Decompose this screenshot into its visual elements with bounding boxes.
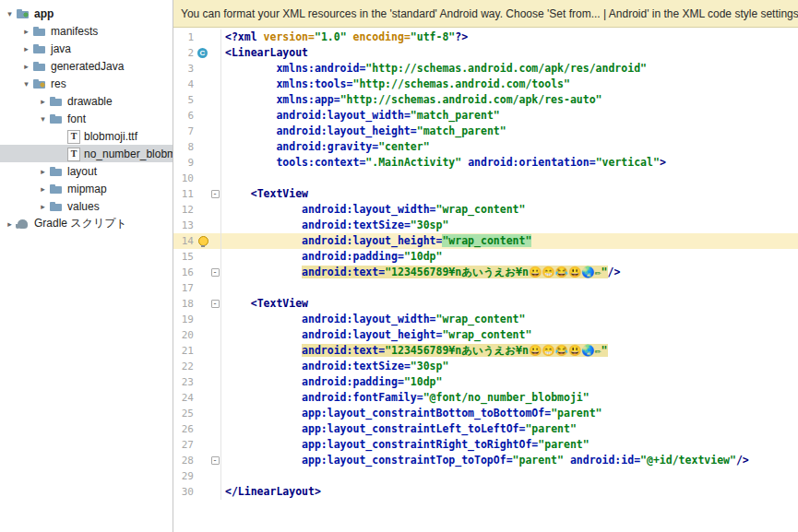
folder-icon (32, 24, 48, 39)
fold-gutter (209, 155, 220, 171)
tree-item-gradle[interactable]: ▸Gradle スクリプト (0, 215, 173, 232)
folder-icon (32, 77, 48, 91)
code-line-21[interactable]: 21 android:text="123456789¥nあいうえお¥n😀😁😂😃🌏… (173, 343, 798, 359)
code-line-10[interactable]: 10 (173, 171, 798, 186)
line-number: 7 (173, 124, 196, 139)
line-number: 24 (173, 390, 196, 406)
chevron-right-icon[interactable]: ▸ (37, 167, 49, 176)
gutter-annotation (196, 484, 209, 500)
fold-marker-icon[interactable]: - (209, 453, 220, 468)
code-text (220, 280, 798, 296)
gutter-annotation (196, 92, 209, 108)
tree-item-no-number-blobmoji-ttf[interactable]: no_number_blobmoji.ttf (0, 145, 173, 162)
chevron-right-icon[interactable]: ▸ (37, 202, 49, 211)
tree-item-label: Gradle スクリプト (34, 216, 127, 231)
code-line-28[interactable]: 28- app:layout_constraintTop_toTopOf="pa… (173, 453, 798, 468)
code-line-2[interactable]: 2<LinearLayout (173, 45, 798, 61)
gradle-icon (16, 217, 31, 231)
tree-item-layout[interactable]: ▸layout (0, 162, 173, 180)
code-line-23[interactable]: 23 android:padding="10dp" (173, 374, 798, 390)
fold-marker-icon[interactable]: - (209, 265, 220, 280)
tree-item-res[interactable]: ▾res (0, 75, 173, 92)
code-line-20[interactable]: 20 android:layout_height="wrap_content" (173, 327, 798, 343)
line-number: 18 (173, 296, 196, 312)
code-line-29[interactable]: 29 (173, 468, 798, 484)
chevron-down-icon[interactable]: ▾ (20, 79, 32, 89)
tree-item-java[interactable]: ▸java (0, 40, 173, 57)
code-line-18[interactable]: 18- <TextView (173, 296, 798, 312)
line-number: 21 (173, 343, 196, 359)
code-line-30[interactable]: 30</LinearLayout> (173, 484, 798, 500)
code-text: app:layout_constraintLeft_toLeftOf="pare… (220, 421, 798, 437)
tree-item-font[interactable]: ▾font (0, 110, 173, 127)
chevron-right-icon[interactable]: ▸ (20, 27, 32, 36)
chevron-down-icon[interactable]: ▾ (4, 9, 16, 18)
tree-item-label: generatedJava (51, 60, 124, 73)
chevron-right-icon[interactable]: ▸ (37, 97, 49, 106)
line-number: 27 (173, 437, 196, 453)
code-line-24[interactable]: 24 android:fontFamily="@font/no_number_b… (173, 390, 798, 406)
code-text: android:textSize="30sp" (220, 359, 798, 374)
fold-marker-icon[interactable]: - (209, 296, 220, 312)
xml-editor[interactable]: 1<?xml version="1.0" encoding="utf-8"?>2… (173, 28, 798, 532)
tree-item-label: blobmoji.ttf (84, 130, 137, 143)
code-line-26[interactable]: 26 app:layout_constraintLeft_toLeftOf="p… (173, 421, 798, 437)
code-line-25[interactable]: 25 app:layout_constraintBottom_toBottomO… (173, 406, 798, 421)
tree-item-app[interactable]: ▾app (0, 5, 173, 22)
gutter-annotation (196, 77, 209, 92)
code-line-7[interactable]: 7 android:layout_height="match_parent" (173, 124, 798, 139)
line-number: 20 (173, 327, 196, 343)
tree-item-generatedjava[interactable]: ▸generatedJava (0, 57, 173, 75)
code-line-11[interactable]: 11- <TextView (173, 186, 798, 202)
code-line-14[interactable]: 14 android:layout_height="wrap_content" (173, 233, 798, 249)
code-text: tools:context=".MainActivity" android:or… (220, 155, 798, 171)
chevron-right-icon[interactable]: ▸ (20, 44, 32, 53)
chevron-down-icon[interactable]: ▾ (37, 114, 49, 124)
code-line-22[interactable]: 22 android:textSize="30sp" (173, 359, 798, 374)
tree-item-label: mipmap (67, 183, 107, 195)
line-number: 17 (173, 280, 196, 296)
line-number: 26 (173, 421, 196, 437)
fold-gutter (209, 312, 220, 327)
chevron-right-icon[interactable]: ▸ (37, 184, 49, 194)
line-number: 12 (173, 202, 196, 218)
code-line-3[interactable]: 3 xmlns:android="http://schemas.android.… (173, 61, 798, 77)
code-line-1[interactable]: 1<?xml version="1.0" encoding="utf-8"?> (173, 30, 798, 45)
line-number: 10 (173, 171, 196, 186)
gutter-annotation (196, 468, 209, 484)
tree-item-values[interactable]: ▸values (0, 197, 173, 215)
code-text: android:gravity="center" (220, 139, 798, 155)
code-line-16[interactable]: 16- android:text="123456789¥nあいうえお¥n😀😁😂😃… (173, 265, 798, 280)
gutter-annotation (196, 421, 209, 437)
code-line-5[interactable]: 5 xmlns:app="http://schemas.android.com/… (173, 92, 798, 108)
code-line-15[interactable]: 15 android:padding="10dp" (173, 249, 798, 265)
chevron-right-icon[interactable]: ▸ (4, 219, 16, 229)
code-line-6[interactable]: 6 android:layout_width="match_parent" (173, 108, 798, 124)
gutter-annotation (196, 155, 209, 171)
code-line-9[interactable]: 9 tools:context=".MainActivity" android:… (173, 155, 798, 171)
tree-item-drawable[interactable]: ▸drawable (0, 92, 173, 110)
code-line-27[interactable]: 27 app:layout_constraintRight_toRightOf=… (173, 437, 798, 453)
line-number: 28 (173, 453, 196, 468)
tree-item-label: drawable (67, 95, 113, 108)
fold-gutter (209, 468, 220, 484)
code-line-4[interactable]: 4 xmlns:tools="http://schemas.android.co… (173, 77, 798, 92)
code-line-17[interactable]: 17 (173, 280, 798, 296)
code-line-12[interactable]: 12 android:layout_width="wrap_content" (173, 202, 798, 218)
tree-item-manifests[interactable]: ▸manifests (0, 22, 173, 40)
code-text: android:padding="10dp" (220, 374, 798, 390)
code-text: </LinearLayout> (220, 484, 798, 500)
class-gutter-icon[interactable] (196, 45, 209, 61)
android-studio-window: ▾app▸manifests▸java▸generatedJava▾res▸dr… (0, 0, 798, 532)
intention-bulb-icon[interactable] (196, 233, 209, 249)
tree-item-blobmoji-ttf[interactable]: blobmoji.ttf (0, 127, 173, 145)
fold-marker-icon[interactable]: - (209, 186, 220, 202)
code-line-13[interactable]: 13 android:textSize="30sp" (173, 218, 798, 233)
notification-text: You can format your XML resources in the… (181, 7, 798, 20)
project-tree: ▾app▸manifests▸java▸generatedJava▾res▸dr… (0, 5, 173, 232)
code-line-19[interactable]: 19 android:layout_width="wrap_content" (173, 312, 798, 327)
code-text: android:layout_height="match_parent" (220, 124, 798, 139)
code-line-8[interactable]: 8 android:gravity="center" (173, 139, 798, 155)
chevron-right-icon[interactable]: ▸ (20, 62, 32, 71)
tree-item-mipmap[interactable]: ▸mipmap (0, 180, 173, 197)
